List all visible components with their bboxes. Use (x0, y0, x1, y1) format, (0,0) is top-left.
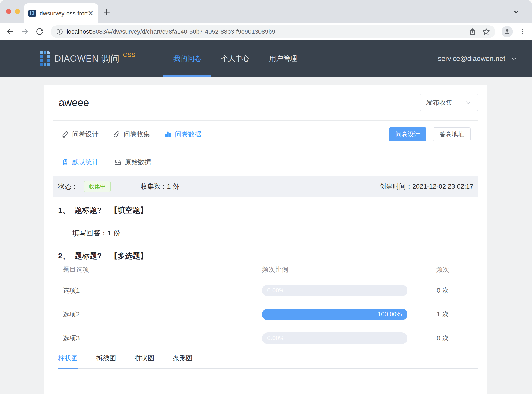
question-1-answer: 填写回答：1 份 (72, 228, 478, 238)
pencil-icon (62, 131, 69, 138)
subtab-label: 默认统计 (72, 158, 99, 166)
header-frequency: 频次 (407, 265, 478, 274)
subtab-raw-data[interactable]: 原始数据 (114, 158, 151, 166)
progress-bar: 100.00% (262, 309, 407, 320)
question-type: 【填空题】 (110, 206, 148, 214)
main-nav: 我的问卷 个人中心 用户管理 (164, 40, 307, 77)
table-row: 选项1 0.00% 0 次 (53, 279, 478, 302)
tab-survey-collect[interactable]: 问卷收集 (113, 130, 150, 139)
table-row: 选项2 100.00% 1 次 (53, 302, 478, 326)
created-time: 创建时间：2021-12-02 23:02:17 (379, 182, 473, 191)
status-badge: 收集中 (84, 181, 111, 192)
question-1-heading: 1、题标题?【填空题】 (58, 205, 478, 215)
browser-profile-avatar[interactable] (501, 26, 513, 37)
brand[interactable]: DIAOWEN 调问 OSS (40, 40, 135, 77)
browser-toolbar: localhost:8083/#/dw/survey/d/chart/c98fa… (0, 23, 532, 40)
inbox-icon (114, 159, 121, 166)
option-frequency: 0 次 (407, 286, 478, 295)
close-window-button[interactable] (6, 9, 11, 14)
bar-chart-icon (165, 131, 171, 138)
chart-tab-bar[interactable]: 条形图 (173, 353, 193, 369)
question-number: 2、 (58, 252, 70, 260)
page-background: aweee 发布收集 问卷设计 (0, 77, 532, 394)
url-text: localhost:8083/#/dw/survey/d/chart/c98fa… (67, 28, 275, 35)
url-host: localhost (67, 28, 91, 35)
reload-button[interactable] (36, 28, 44, 36)
tab-survey-data[interactable]: 问卷数据 (165, 130, 201, 139)
survey-tabs-row: 问卷设计 问卷收集 问卷数据 问卷设计 答卷地址 (53, 121, 478, 148)
option-label: 选项1 (53, 286, 262, 295)
account-menu[interactable]: service@diaowen.net (438, 40, 518, 77)
site-info-icon[interactable] (56, 28, 63, 35)
stats-subtabs-row: 默认统计 原始数据 (53, 148, 478, 176)
url-path: :8083/#/dw/survey/d/chart/c98fa140-50b7-… (91, 28, 275, 35)
option-label: 选项2 (53, 310, 262, 319)
title-row: aweee 发布收集 (53, 85, 478, 121)
chart-tab-line[interactable]: 拆线图 (96, 353, 116, 369)
share-icon[interactable] (469, 28, 476, 35)
question-title: 题标题? (74, 252, 102, 260)
nav-item-my-surveys[interactable]: 我的问卷 (164, 40, 211, 77)
collect-count: 收集数：1 份 (141, 182, 179, 191)
minimize-window-button[interactable] (15, 9, 20, 14)
browser-menu-icon[interactable] (519, 28, 526, 35)
favicon (28, 10, 36, 17)
tab-label: 问卷收集 (124, 130, 150, 139)
tab-title: dwsurvey-oss-front-vue (40, 10, 88, 17)
back-button[interactable] (6, 27, 14, 36)
nav-item-user-management[interactable]: 用户管理 (259, 40, 307, 77)
tab-label: 问卷设计 (72, 130, 99, 139)
brand-badge: OSS (123, 52, 135, 58)
option-label: 选项3 (53, 334, 262, 343)
app-navbar: DIAOWEN 调问 OSS 我的问卷 个人中心 用户管理 service@di… (0, 40, 532, 77)
subtab-label: 原始数据 (125, 158, 151, 166)
question-title: 题标题? (74, 206, 102, 214)
tab-close-icon[interactable]: ✕ (88, 10, 94, 17)
bookmark-star-icon[interactable] (482, 28, 490, 36)
tag-icon (62, 159, 69, 166)
chevron-down-icon (465, 99, 472, 106)
chart-type-tabs: 柱状图 拆线图 拼状图 条形图 (58, 350, 478, 369)
subtab-default-stats[interactable]: 默认统计 (62, 158, 99, 166)
header-option: 题目选项 (53, 265, 262, 274)
status-label: 状态： (58, 182, 78, 191)
address-bar[interactable]: localhost:8083/#/dw/survey/d/chart/c98fa… (51, 25, 495, 38)
action-buttons: 问卷设计 答卷地址 (389, 127, 471, 141)
frequency-table: 题目选项 频次比例 频次 选项1 0.00% 0 次 选项2 (53, 260, 478, 350)
survey-design-button[interactable]: 问卷设计 (389, 127, 426, 141)
browser-tab[interactable]: dwsurvey-oss-front-vue ✕ (24, 3, 98, 23)
diaowen-logo-icon (40, 51, 50, 67)
tab-strip: dwsurvey-oss-front-vue ✕ + (0, 0, 532, 23)
publish-collect-value: 发布收集 (426, 98, 452, 107)
chart-tab-column[interactable]: 柱状图 (58, 353, 78, 369)
option-frequency: 0 次 (407, 334, 478, 343)
brand-name: DIAOWEN 调问 (54, 53, 120, 65)
header-ratio: 频次比例 (262, 265, 407, 274)
account-email: service@diaowen.net (438, 55, 505, 62)
question-type: 【多选题】 (110, 252, 148, 260)
link-icon (113, 131, 120, 138)
answer-url-button[interactable]: 答卷地址 (433, 127, 471, 141)
tab-search-chevron-icon[interactable] (512, 8, 520, 16)
nav-item-personal-center[interactable]: 个人中心 (211, 40, 259, 77)
progress-bar: 0.00% (262, 285, 407, 296)
table-row: 选项3 0.00% 0 次 (53, 326, 478, 350)
tab-survey-design[interactable]: 问卷设计 (62, 130, 99, 139)
new-tab-button[interactable]: + (103, 5, 110, 19)
survey-card: aweee 发布收集 问卷设计 (44, 85, 487, 394)
status-bar: 状态： 收集中 收集数：1 份 创建时间：2021-12-02 23:02:17 (53, 176, 478, 197)
tab-label: 问卷数据 (175, 130, 201, 139)
forward-button[interactable] (21, 27, 29, 36)
progress-label: 100.00% (378, 309, 402, 320)
table-header-row: 题目选项 频次比例 频次 (53, 260, 478, 279)
progress-bar: 0.00% (262, 332, 407, 344)
question-2-heading: 2、题标题?【多选题】 (58, 251, 478, 260)
progress-label: 0.00% (267, 332, 285, 344)
progress-label: 0.00% (267, 285, 285, 296)
option-frequency: 1 次 (407, 310, 478, 319)
question-number: 1、 (58, 206, 70, 214)
chevron-down-icon (510, 55, 518, 62)
publish-collect-select[interactable]: 发布收集 (420, 94, 478, 111)
survey-title: aweee (59, 97, 89, 109)
chart-tab-pie[interactable]: 拼状图 (135, 353, 154, 369)
